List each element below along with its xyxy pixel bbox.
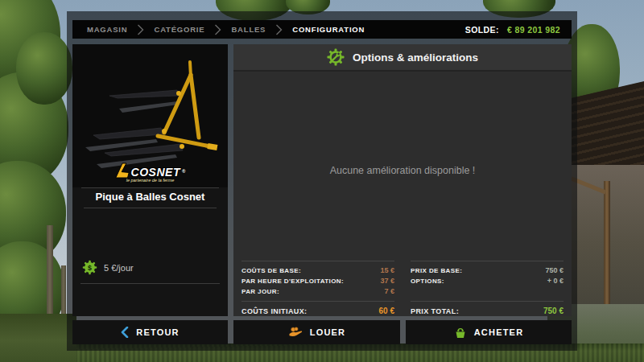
- chevron-right-icon: [275, 24, 283, 35]
- balance: SOLDE: € 89 201 982: [465, 25, 572, 35]
- chevron-right-icon: [214, 24, 221, 35]
- options-panel-header: Options & améliorations: [233, 44, 572, 72]
- cost-label: COÛTS DE BASE:: [242, 265, 301, 276]
- table-row: OPTIONS: + 0 €: [411, 276, 564, 286]
- breadcrumb: MAGASIN CATÉGORIE BALLES CONFIGURATION S…: [72, 20, 572, 39]
- total-value: 750 €: [543, 306, 564, 315]
- daily-cost: $ 5 €/jour: [82, 260, 134, 275]
- barn-post: [604, 181, 610, 310]
- price-label: PRIX DE BASE:: [411, 265, 462, 276]
- divider: [80, 283, 220, 284]
- cost-value: 37 €: [380, 276, 394, 286]
- brand-name: COSNET: [131, 166, 180, 179]
- table-row: PRIX DE BASE: 750 €: [411, 265, 564, 276]
- balance-value: € 89 201 982: [507, 25, 560, 35]
- hand-coins-icon: [288, 327, 303, 338]
- rent-button-label: LOUER: [310, 327, 346, 337]
- table-row: PAR JOUR: 7 €: [242, 286, 394, 297]
- gear-wrench-icon: [327, 48, 345, 66]
- options-panel-title: Options & améliorations: [353, 51, 478, 64]
- back-button-label: RETOUR: [136, 327, 179, 337]
- brand-logo: COSNET ® le partenaire de la ferme: [72, 162, 228, 183]
- brand-tagline: le partenaire de la ferme: [126, 178, 175, 183]
- total-label: PRIX TOTAL:: [411, 307, 459, 315]
- breadcrumb-item-balles[interactable]: BALLES: [228, 25, 269, 34]
- buy-button[interactable]: ACHETER: [406, 320, 572, 344]
- cost-label: PAR HEURE D'EXPLOITATION:: [242, 276, 344, 286]
- purchase-summary: COÛTS DE BASE: 15 € PAR HEURE D'EXPLOITA…: [242, 261, 564, 315]
- chevron-left-icon: [121, 327, 129, 338]
- options-panel: Options & améliorations Aucune améliorat…: [233, 44, 572, 316]
- gear-dollar-icon: $: [82, 260, 97, 275]
- back-button[interactable]: RETOUR: [72, 320, 228, 344]
- buy-button-label: ACHETER: [474, 327, 524, 337]
- no-upgrades-message: Aucune amélioration disponible !: [233, 165, 572, 176]
- price-label: OPTIONS:: [411, 276, 444, 286]
- tree-foliage: [16, 32, 72, 105]
- prices-table: PRIX DE BASE: 750 € OPTIONS: + 0 € PRIX …: [411, 261, 564, 315]
- balance-label: SOLDE:: [465, 25, 499, 35]
- table-row: PAR HEURE D'EXPLOITATION: 37 €: [242, 276, 394, 286]
- cost-value: 7 €: [384, 286, 394, 297]
- product-title: Pique à Balles Cosnet: [72, 191, 228, 203]
- total-label: COÛTS INITIAUX:: [242, 307, 308, 315]
- cosnet-logo-mark-icon: [115, 162, 130, 179]
- breadcrumb-item-magasin[interactable]: MAGASIN: [84, 25, 130, 34]
- total-value: 60 €: [379, 306, 394, 315]
- initial-costs-total: COÛTS INITIAUX: 60 €: [242, 301, 394, 315]
- divider: [81, 187, 219, 188]
- breadcrumb-item-categorie[interactable]: CATÉGORIE: [151, 25, 208, 34]
- product-image: COSNET ® le partenaire de la ferme: [72, 44, 228, 187]
- chevron-right-icon: [137, 24, 144, 35]
- rent-button[interactable]: LOUER: [233, 320, 400, 344]
- game-screen: MAGASIN CATÉGORIE BALLES CONFIGURATION S…: [0, 0, 644, 362]
- breadcrumb-item-configuration[interactable]: CONFIGURATION: [289, 25, 368, 34]
- divider: [84, 208, 217, 208]
- price-value: 750 €: [545, 265, 564, 276]
- cost-value: 15 €: [380, 265, 394, 276]
- shopping-basket-icon: [454, 327, 467, 339]
- daily-cost-value: 5 €/jour: [104, 263, 134, 273]
- price-value: + 0 €: [547, 276, 564, 286]
- background-grass-left: [0, 314, 76, 362]
- costs-table: COÛTS DE BASE: 15 € PAR HEURE D'EXPLOITA…: [242, 261, 394, 315]
- brand-registered-mark: ®: [182, 169, 185, 174]
- table-row: COÛTS DE BASE: 15 €: [242, 265, 394, 276]
- product-panel: COSNET ® le partenaire de la ferme Pique…: [72, 44, 228, 316]
- svg-text:$: $: [88, 264, 92, 272]
- cost-label: PAR JOUR:: [242, 286, 279, 297]
- total-price: PRIX TOTAL: 750 €: [411, 301, 564, 315]
